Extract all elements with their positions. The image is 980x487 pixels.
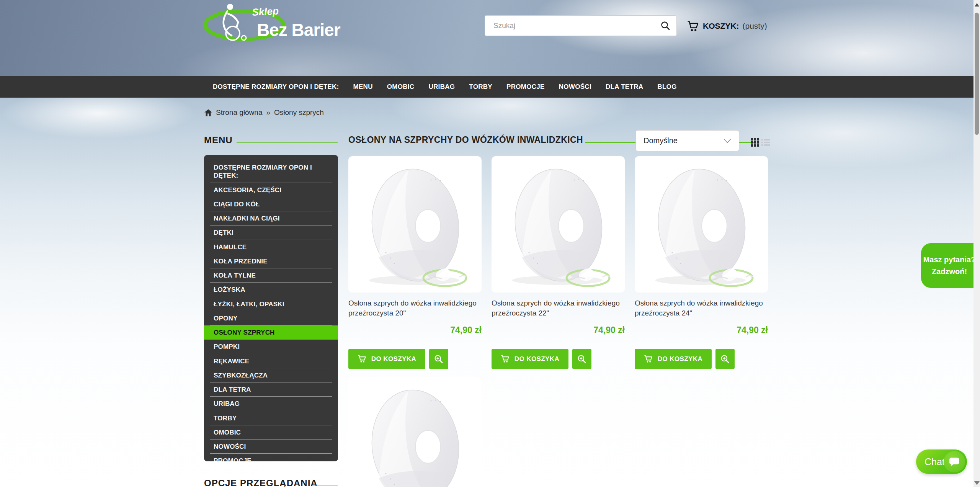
product-grid: Osłona szprych do wózka inwalidzkiego pr… bbox=[348, 156, 778, 487]
cart-icon bbox=[358, 355, 367, 363]
add-to-cart-button[interactable]: DO KOSZYKA bbox=[635, 349, 712, 369]
home-icon[interactable] bbox=[204, 109, 212, 116]
sidebar-item[interactable]: SZYBKOZŁĄCZA bbox=[204, 368, 338, 382]
chevron-down-icon bbox=[724, 139, 731, 143]
product-image[interactable] bbox=[348, 156, 482, 293]
spoke-guard-photo bbox=[492, 156, 625, 293]
sidebar-item[interactable]: PROMOCJE bbox=[204, 454, 338, 461]
browse-options-title: OPCJE PRZEGLĄDANIA bbox=[204, 478, 318, 487]
sidebar-item[interactable]: ŁYŻKI, ŁATKI, OPASKI bbox=[204, 297, 338, 311]
speech-bubble-icon bbox=[949, 457, 960, 467]
product-card: DO KOSZYKA bbox=[348, 377, 482, 487]
breadcrumb-home[interactable]: Strona główna bbox=[216, 108, 262, 117]
zoom-plus-icon bbox=[720, 355, 730, 364]
product-title[interactable]: Osłona szprych do wózka inwalidzkiego pr… bbox=[492, 298, 625, 318]
sidebar-item[interactable]: DLA TETRA bbox=[204, 382, 338, 397]
logo-text-top: Sklep bbox=[252, 5, 279, 18]
sort-dropdown[interactable]: Domyślne bbox=[635, 130, 739, 151]
call-tab-line2: Zadzwoń! bbox=[932, 266, 967, 278]
sidebar-item[interactable]: NAKŁADKI NA CIĄGI bbox=[204, 211, 338, 226]
page-scrollbar bbox=[973, 0, 980, 487]
chat-widget-button[interactable]: Chat bbox=[916, 449, 967, 474]
cart-icon bbox=[687, 21, 699, 32]
product-card: Osłona szprych do wózka inwalidzkiego pr… bbox=[348, 156, 482, 369]
browse-options-rule bbox=[312, 485, 338, 485]
breadcrumb-current: Osłony szprych bbox=[274, 108, 324, 117]
sidebar-menu-list: DOSTĘPNE ROZMIARY OPON I DĘTEK: AKCESORI… bbox=[204, 160, 338, 461]
zoom-plus-icon bbox=[577, 355, 586, 364]
scrollbar-thumb[interactable] bbox=[975, 13, 979, 135]
nav-item[interactable]: BLOG bbox=[657, 83, 676, 91]
nav-item[interactable]: PROMOCJE bbox=[506, 83, 545, 91]
sidebar-item[interactable]: URIBAG bbox=[204, 397, 338, 411]
product-card: Osłona szprych do wózka inwalidzkiego pr… bbox=[635, 156, 768, 369]
sidebar-item[interactable]: DĘTKI bbox=[204, 226, 338, 240]
sidebar-menu-title: MENU bbox=[204, 135, 233, 145]
sidebar-item[interactable]: ŁOŻYSKA bbox=[204, 283, 338, 297]
sidebar-item[interactable]: OPONY bbox=[204, 311, 338, 325]
sidebar-item[interactable]: AKCESORIA, CZĘŚCI bbox=[204, 183, 338, 197]
chat-label: Chat bbox=[924, 456, 945, 467]
logo-text-bottom: Bez Barier bbox=[257, 20, 341, 40]
sidebar-item[interactable]: RĘKAWICE bbox=[204, 354, 338, 368]
sort-selected-value: Domyślne bbox=[644, 136, 678, 145]
spoke-guard-photo bbox=[348, 377, 482, 487]
cart-icon bbox=[644, 355, 653, 363]
product-title[interactable]: Osłona szprych do wózka inwalidzkiego pr… bbox=[635, 298, 768, 318]
cart-status: (pusty) bbox=[743, 21, 767, 31]
spoke-guard-photo bbox=[348, 156, 482, 293]
nav-item[interactable]: NOWOŚCI bbox=[559, 83, 591, 91]
nav-item[interactable]: OMOBIC bbox=[387, 83, 415, 91]
list-view-icon[interactable] bbox=[761, 138, 770, 147]
product-price: 74,90 zł bbox=[635, 325, 768, 335]
main-nav-list: DOSTĘPNE ROZMIARY OPON I DĘTEK: MENU OMO… bbox=[0, 76, 980, 98]
breadcrumb: Strona główna » Osłony szprych bbox=[204, 108, 324, 117]
call-us-tab[interactable]: Masz pytania? Zadzwoń! bbox=[921, 243, 980, 288]
product-price: 74,90 zł bbox=[348, 325, 482, 335]
product-card: Osłona szprych do wózka inwalidzkiego pr… bbox=[492, 156, 625, 369]
nav-item[interactable]: DOSTĘPNE ROZMIARY OPON I DĘTEK: bbox=[213, 83, 339, 91]
nav-item[interactable]: DLA TETRA bbox=[606, 83, 643, 91]
cart-label: KOSZYK: bbox=[703, 21, 739, 31]
scrollbar-up-arrow[interactable] bbox=[975, 3, 979, 7]
sidebar-item[interactable]: OMOBIC bbox=[204, 425, 338, 440]
storefront-page: Sklep Bez Barier KOSZYK: (pusty) DOS bbox=[0, 0, 980, 487]
sidebar-item[interactable]: OSŁONY SZPRYCH bbox=[204, 325, 338, 340]
quick-view-button[interactable] bbox=[715, 349, 735, 369]
nav-item[interactable]: URIBAG bbox=[428, 83, 455, 91]
product-image[interactable] bbox=[492, 156, 625, 293]
sidebar-item[interactable]: KOŁA PRZEDNIE bbox=[204, 254, 338, 268]
cart-summary[interactable]: KOSZYK: (pusty) bbox=[687, 18, 767, 34]
call-tab-line1: Masz pytania? bbox=[923, 254, 976, 266]
search-icon[interactable] bbox=[660, 21, 670, 31]
sidebar-item[interactable]: NOWOŚCI bbox=[204, 440, 338, 454]
sidebar-item[interactable]: CIĄGI DO KÓŁ bbox=[204, 197, 338, 211]
product-image[interactable] bbox=[348, 377, 482, 487]
menu-title-rule bbox=[237, 142, 338, 143]
page-title: OSŁONY NA SZPRYCHY DO WÓZKÓW INWALIDZKIC… bbox=[348, 135, 583, 145]
search-input[interactable] bbox=[493, 21, 660, 30]
search-bar bbox=[485, 15, 677, 36]
sidebar-menu: DOSTĘPNE ROZMIARY OPON I DĘTEK: AKCESORI… bbox=[204, 155, 338, 461]
sidebar-item[interactable]: DOSTĘPNE ROZMIARY OPON I DĘTEK: bbox=[204, 160, 338, 183]
quick-view-button[interactable] bbox=[429, 349, 448, 369]
quick-view-button[interactable] bbox=[572, 349, 591, 369]
add-to-cart-button[interactable]: DO KOSZYKA bbox=[348, 349, 425, 369]
sidebar-item[interactable]: KOŁA TYLNE bbox=[204, 268, 338, 283]
scrollbar-down-arrow[interactable] bbox=[974, 481, 980, 485]
sidebar-item[interactable]: POMPKI bbox=[204, 340, 338, 354]
grid-view-icon[interactable] bbox=[751, 138, 759, 147]
add-to-cart-button[interactable]: DO KOSZYKA bbox=[492, 349, 568, 369]
product-image[interactable] bbox=[635, 156, 768, 293]
nav-item[interactable]: MENU bbox=[353, 83, 373, 91]
product-price: 74,90 zł bbox=[492, 325, 625, 335]
sidebar-item[interactable]: HAMULCE bbox=[204, 240, 338, 254]
shop-logo[interactable]: Sklep Bez Barier bbox=[201, 2, 346, 43]
chat-bubble-circle bbox=[944, 451, 965, 472]
cart-icon bbox=[501, 355, 510, 363]
product-title[interactable]: Osłona szprych do wózka inwalidzkiego pr… bbox=[348, 298, 482, 318]
sidebar-item[interactable]: TORBY bbox=[204, 411, 338, 425]
main-nav: DOSTĘPNE ROZMIARY OPON I DĘTEK: MENU OMO… bbox=[0, 76, 980, 98]
nav-item[interactable]: TORBY bbox=[469, 83, 492, 91]
spoke-guard-photo bbox=[635, 156, 768, 293]
